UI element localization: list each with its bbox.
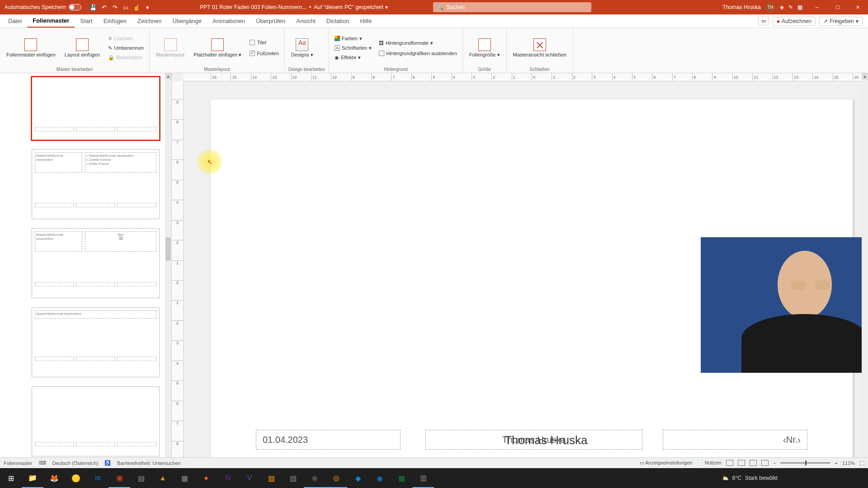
tab-folienmaster[interactable]: Folienmaster xyxy=(27,14,75,28)
footer-number-placeholder[interactable]: ‹Nr.› xyxy=(663,430,807,450)
fit-window-icon[interactable]: ⛶ xyxy=(859,460,864,466)
status-a11y-icon[interactable]: ♿ xyxy=(104,460,111,466)
notes-button[interactable]: 📄 Notizen xyxy=(697,460,722,466)
excel-icon[interactable]: ▦ xyxy=(391,468,412,488)
rename-layout-button[interactable]: ✎Umbenennen xyxy=(106,44,146,52)
close-master-button[interactable]: Masteransicht schließen xyxy=(510,38,570,58)
status-language[interactable]: Deutsch (Österreich) xyxy=(52,460,98,466)
v-tick: 7 xyxy=(172,421,183,426)
weather-desc[interactable]: Stark bewölkt xyxy=(745,475,778,481)
tab-start[interactable]: Start xyxy=(75,14,98,28)
edge-icon[interactable]: ◉ xyxy=(369,468,391,488)
bg-formats-button[interactable]: 🖼Hintergrundformate ▾ xyxy=(377,39,459,47)
app-icon-6[interactable]: ◎ xyxy=(326,468,347,488)
record-button[interactable]: ●Aufzeichnen xyxy=(773,17,816,26)
fonts-button[interactable]: ASchriftarten ▾ xyxy=(333,44,373,52)
insert-placeholder-button[interactable]: Platzhalter einfügen ▾ xyxy=(191,38,244,58)
editor-scroll-up-icon[interactable]: ▲ xyxy=(862,73,868,80)
window-layout-icon[interactable]: ▦ xyxy=(797,4,802,10)
share-button[interactable]: ↗Freigeben▾ xyxy=(819,17,863,26)
maximize-button[interactable]: ☐ xyxy=(827,0,848,14)
view-sorter-icon[interactable] xyxy=(738,460,745,466)
scroll-thumb[interactable] xyxy=(166,238,170,260)
app-icon-4[interactable]: ▧ xyxy=(260,468,282,488)
firefox-icon[interactable]: 🦊 xyxy=(43,468,65,488)
present-icon[interactable]: ▭ xyxy=(122,4,129,11)
slide-size-button[interactable]: Foliengröße ▾ xyxy=(467,38,503,58)
obs-icon[interactable]: ◉ xyxy=(304,468,326,488)
redo-icon[interactable]: ↷ xyxy=(111,4,118,11)
footer-date-placeholder[interactable]: 01.04.2023 xyxy=(256,430,401,450)
coming-soon-icon[interactable]: ◈ xyxy=(780,4,784,10)
status-lang-icon[interactable]: ⌨ xyxy=(39,460,46,466)
editor-scrollbar[interactable]: ▲ ▼ xyxy=(862,73,868,474)
effects-button[interactable]: ◉Effekte ▾ xyxy=(333,54,373,61)
insert-layout-button[interactable]: Layout einfügen xyxy=(62,38,103,58)
app-icon-5[interactable]: ▨ xyxy=(282,468,304,488)
onenote-icon[interactable]: N xyxy=(217,468,239,488)
tab-hilfe[interactable]: Hilfe xyxy=(354,14,377,28)
app-icon-2[interactable]: ▦ xyxy=(174,468,195,488)
scroll-up-icon[interactable]: ▲ xyxy=(165,73,171,80)
undo-icon[interactable]: ↶ xyxy=(100,4,108,11)
layout-thumb-0[interactable] xyxy=(32,77,160,140)
chrome-icon[interactable]: 🟡 xyxy=(65,468,87,488)
footer-center-placeholder[interactable]: Thomas Hruska xyxy=(425,430,642,450)
layout-thumb-4[interactable] xyxy=(32,386,160,456)
status-accessibility[interactable]: Barrierefreiheit: Untersuchen xyxy=(117,460,181,466)
tab-datei[interactable]: Datei xyxy=(3,14,27,28)
display-settings[interactable]: ▭ Anzeigeeinstellungen xyxy=(640,460,693,466)
outlook-icon[interactable]: ✉ xyxy=(87,468,108,488)
user-name[interactable]: Thomas Hruska xyxy=(722,4,761,10)
draw-icon[interactable]: ✎ xyxy=(788,4,793,10)
qat-more-icon[interactable]: ▾ xyxy=(144,4,151,11)
thumb-scrollbar[interactable]: ▲ ▼ xyxy=(165,73,171,474)
weather-icon[interactable]: ⛅ xyxy=(722,475,729,481)
layout-thumb-3[interactable]: Mastertitelformat bearbeiten xyxy=(32,307,160,377)
app-icon-7[interactable]: ◆ xyxy=(347,468,369,488)
save-icon[interactable]: 💾 xyxy=(90,4,97,11)
tab-dictation[interactable]: Dictation xyxy=(321,14,355,28)
explorer-icon[interactable]: 📁 xyxy=(22,468,43,488)
view-reading-icon[interactable] xyxy=(750,460,757,466)
search-input[interactable] xyxy=(446,4,588,10)
view-normal-icon[interactable] xyxy=(726,460,733,466)
vlc-icon[interactable]: ▲ xyxy=(152,468,174,488)
visio-icon[interactable]: V xyxy=(239,468,260,488)
app-icon-3[interactable]: ● xyxy=(195,468,217,488)
tab-überprüfen[interactable]: Überprüfen xyxy=(250,14,291,28)
search-box[interactable]: 🔍 xyxy=(433,2,591,12)
autosave-toggle[interactable] xyxy=(69,4,81,10)
thumbnail-panel[interactable]: Mastertitelformat bearbeiten• Mastertite… xyxy=(0,73,172,474)
tab-animationen[interactable]: Animationen xyxy=(207,14,250,28)
user-avatar[interactable]: TH xyxy=(765,2,775,12)
powerpoint-icon[interactable]: ▣ xyxy=(108,468,130,488)
ribbon-collapse-icon[interactable]: ▭ xyxy=(758,17,769,25)
app-icon-8[interactable]: ▥ xyxy=(412,468,434,488)
zoom-slider[interactable] xyxy=(780,462,830,464)
weather-temp[interactable]: 6°C xyxy=(732,475,741,481)
close-button[interactable]: ✕ xyxy=(848,0,868,14)
tab-einfügen[interactable]: Einfügen xyxy=(98,14,132,28)
title-checkbox[interactable]: Titel xyxy=(248,39,280,46)
app-icon-1[interactable]: ▤ xyxy=(130,468,152,488)
zoom-in-icon[interactable]: + xyxy=(835,460,837,466)
zoom-out-icon[interactable]: − xyxy=(773,460,776,466)
zoom-level[interactable]: 111% xyxy=(842,460,855,466)
footers-checkbox[interactable]: Fußzeilen xyxy=(248,50,280,57)
touch-icon[interactable]: ☝ xyxy=(133,4,140,11)
colors-button[interactable]: Farben ▾ xyxy=(333,35,373,42)
masterlayout-button[interactable]: Masterlayout xyxy=(153,38,187,58)
layout-thumb-2[interactable]: Mastertitelformat bearbeitenBild🖼 xyxy=(32,228,160,298)
designs-button[interactable]: AaDesigns ▾ xyxy=(288,38,316,58)
tab-übergänge[interactable]: Übergänge xyxy=(167,14,207,28)
layout-thumb-1[interactable]: Mastertitelformat bearbeiten• Mastertite… xyxy=(32,149,160,219)
insert-slidemaster-button[interactable]: Folienmaster einfügen xyxy=(4,38,58,58)
hide-bg-checkbox[interactable]: Hintergrundgrafiken ausblenden xyxy=(377,50,459,57)
tab-ansicht[interactable]: Ansicht xyxy=(291,14,321,28)
tab-zeichnen[interactable]: Zeichnen xyxy=(132,14,167,28)
start-button[interactable]: ⊞ xyxy=(0,468,22,488)
view-slideshow-icon[interactable] xyxy=(761,460,769,466)
minimize-button[interactable]: ─ xyxy=(807,0,827,14)
saved-location[interactable]: Auf "diesem PC" gespeichert ▾ xyxy=(314,4,388,10)
